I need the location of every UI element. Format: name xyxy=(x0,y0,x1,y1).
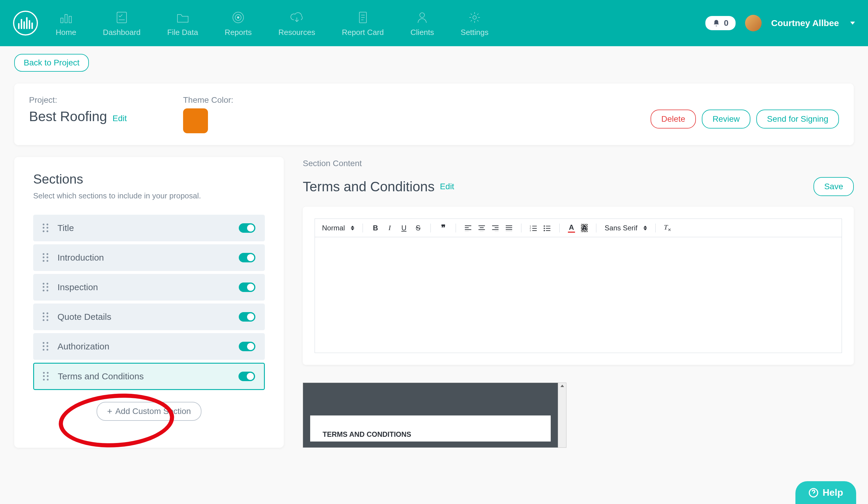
back-to-project-button[interactable]: Back to Project xyxy=(14,54,89,72)
add-custom-section-button[interactable]: + Add Custom Section xyxy=(96,402,202,421)
logo-icon[interactable] xyxy=(13,11,38,35)
scroll-up-icon[interactable] xyxy=(560,385,564,387)
send-for-signing-button[interactable]: Send for Signing xyxy=(756,109,839,128)
bold-button[interactable]: B xyxy=(371,224,380,232)
nav-reports[interactable]: Reports xyxy=(225,10,252,37)
nav-resources[interactable]: Resources xyxy=(278,10,315,37)
folder-icon xyxy=(175,10,191,25)
nav-settings[interactable]: Settings xyxy=(461,10,488,37)
bell-icon xyxy=(712,19,720,27)
drag-handle-icon[interactable] xyxy=(43,312,49,321)
svg-rect-2 xyxy=(69,16,71,23)
drag-handle-icon[interactable] xyxy=(43,223,49,232)
caret-down-icon[interactable] xyxy=(850,22,855,24)
drag-handle-icon[interactable] xyxy=(43,342,49,351)
preview-page: TERMS AND CONDITIONS xyxy=(310,416,551,442)
edit-content-title[interactable]: Edit xyxy=(440,182,454,191)
nav-label: File Data xyxy=(167,28,198,37)
theme-label: Theme Color: xyxy=(183,95,272,105)
svg-text:3: 3 xyxy=(530,229,531,231)
preview-scrollbar[interactable] xyxy=(558,383,566,448)
notif-count: 0 xyxy=(724,18,728,28)
checklist-icon xyxy=(114,10,130,25)
nav-dashboard[interactable]: Dashboard xyxy=(103,10,141,37)
section-content-label: Section Content xyxy=(303,159,854,168)
section-label: Title xyxy=(58,223,239,233)
svg-point-9 xyxy=(473,16,476,19)
sections-title: Sections xyxy=(33,172,265,187)
document-icon xyxy=(355,10,371,25)
align-left-icon[interactable] xyxy=(464,225,472,231)
section-item-quote-details[interactable]: Quote Details xyxy=(33,304,265,330)
section-item-authorization[interactable]: Authorization xyxy=(33,333,265,360)
project-card: Project: Best Roofing Edit Theme Color: … xyxy=(14,84,854,145)
italic-button[interactable]: I xyxy=(385,224,394,232)
preview-heading: TERMS AND CONDITIONS xyxy=(323,430,538,439)
nav-label: Report Card xyxy=(342,28,384,37)
nav-report-card[interactable]: Report Card xyxy=(342,10,384,37)
project-name: Best Roofing xyxy=(29,109,107,124)
strike-button[interactable]: S xyxy=(414,224,422,232)
delete-button[interactable]: Delete xyxy=(651,109,696,128)
section-item-terms-and-conditions[interactable]: Terms and Conditions xyxy=(33,363,265,390)
review-button[interactable]: Review xyxy=(702,109,751,128)
nav-label: Clients xyxy=(411,28,434,37)
add-section-label: Add Custom Section xyxy=(115,407,191,416)
notification-pill[interactable]: 0 xyxy=(705,16,736,30)
background-color-button[interactable]: A xyxy=(581,224,588,232)
section-item-inspection[interactable]: Inspection xyxy=(33,274,265,301)
underline-button[interactable]: U xyxy=(400,224,408,232)
svg-point-13 xyxy=(544,225,545,227)
drag-handle-icon[interactable] xyxy=(43,253,49,262)
nav-home[interactable]: Home xyxy=(56,10,76,37)
document-preview: TERMS AND CONDITIONS xyxy=(303,382,566,448)
align-right-icon[interactable] xyxy=(492,225,499,231)
format-value: Normal xyxy=(322,224,345,232)
section-toggle[interactable] xyxy=(239,342,255,351)
svg-point-6 xyxy=(237,17,239,18)
align-justify-icon[interactable] xyxy=(505,225,513,231)
section-toggle[interactable] xyxy=(239,253,255,262)
section-item-introduction[interactable]: Introduction xyxy=(33,244,265,271)
help-icon xyxy=(808,488,818,498)
editor-card: Normal B I U S ❞ 123 xyxy=(303,207,854,365)
save-button[interactable]: Save xyxy=(814,177,854,196)
help-label: Help xyxy=(823,487,843,498)
avatar[interactable] xyxy=(745,15,762,31)
section-toggle[interactable] xyxy=(239,223,255,233)
svg-rect-3 xyxy=(117,12,126,23)
project-label: Project: xyxy=(29,95,183,105)
blockquote-button[interactable]: ❞ xyxy=(439,223,447,233)
theme-color-swatch[interactable] xyxy=(183,108,208,133)
nav-label: Dashboard xyxy=(103,28,141,37)
section-toggle[interactable] xyxy=(239,312,255,322)
font-select[interactable]: Sans Serif xyxy=(604,224,647,232)
help-bubble[interactable]: Help xyxy=(795,481,856,504)
top-nav: Home Dashboard File Data Reports Resourc… xyxy=(0,0,868,46)
cloud-download-icon xyxy=(289,10,305,25)
user-name[interactable]: Courtney Allbee xyxy=(771,18,839,28)
nav-file-data[interactable]: File Data xyxy=(167,10,198,37)
section-label: Authorization xyxy=(58,342,239,351)
edit-project-name[interactable]: Edit xyxy=(113,114,127,123)
content-panel: Section Content Terms and Conditions Edi… xyxy=(303,157,854,448)
nav-label: Resources xyxy=(278,28,315,37)
text-color-button[interactable]: A xyxy=(568,223,575,233)
editor-body[interactable] xyxy=(315,237,841,353)
section-label: Introduction xyxy=(58,253,239,263)
ordered-list-icon[interactable]: 123 xyxy=(530,225,537,231)
section-label: Quote Details xyxy=(58,312,239,322)
drag-handle-icon[interactable] xyxy=(43,372,50,381)
section-toggle[interactable] xyxy=(238,372,255,381)
section-item-title[interactable]: Title xyxy=(33,215,265,241)
unordered-list-icon[interactable] xyxy=(543,225,551,231)
drag-handle-icon[interactable] xyxy=(43,283,49,292)
font-value: Sans Serif xyxy=(604,224,638,232)
nav-items: Home Dashboard File Data Reports Resourc… xyxy=(56,10,705,37)
nav-clients[interactable]: Clients xyxy=(411,10,434,37)
align-center-icon[interactable] xyxy=(478,225,486,231)
clear-format-button[interactable]: T✕ xyxy=(664,223,671,232)
format-select[interactable]: Normal xyxy=(322,224,354,232)
svg-rect-0 xyxy=(61,18,63,23)
section-toggle[interactable] xyxy=(239,283,255,292)
